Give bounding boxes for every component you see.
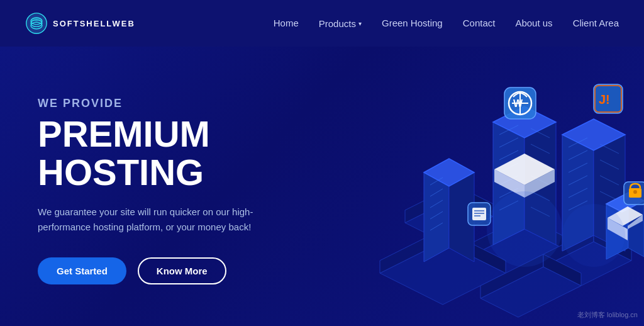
hero-illustration: W J! xyxy=(279,47,644,326)
svg-point-0 xyxy=(26,13,47,33)
svg-text:J!: J! xyxy=(599,93,610,106)
get-started-button[interactable]: Get Started xyxy=(38,257,126,284)
svg-point-73 xyxy=(633,190,637,194)
nav-client-area-link[interactable]: Client Area xyxy=(573,18,619,28)
know-more-button[interactable]: Know More xyxy=(138,257,226,284)
hero-subtitle: WE PROVIDE xyxy=(38,97,314,110)
nav-contact-link[interactable]: Contact xyxy=(463,18,496,28)
nav-links: Home Products ▾ Green Hosting Contact Ab… xyxy=(274,18,619,29)
logo-text: SoftShellWeb xyxy=(53,19,135,28)
hero-buttons: Get Started Know More xyxy=(38,257,314,284)
nav-item-products[interactable]: Products ▾ xyxy=(319,18,362,29)
navbar: SoftShellWeb Home Products ▾ Green Hosti… xyxy=(0,0,644,47)
hero-section: WE PROVIDE PREMIUM HOSTING We guarantee … xyxy=(0,47,644,326)
nav-item-about-us[interactable]: About us xyxy=(515,18,552,29)
nav-green-hosting-link[interactable]: Green Hosting xyxy=(382,18,443,28)
logo[interactable]: SoftShellWeb xyxy=(25,12,135,35)
svg-text:W: W xyxy=(513,98,523,109)
hero-content: WE PROVIDE PREMIUM HOSTING We guarantee … xyxy=(38,97,314,284)
logo-icon xyxy=(25,12,48,35)
svg-point-80 xyxy=(562,204,625,267)
nav-item-green-hosting[interactable]: Green Hosting xyxy=(382,18,443,29)
watermark: 老刘博客 loliblog.cn xyxy=(577,310,638,320)
hero-title: PREMIUM HOSTING xyxy=(38,115,314,192)
nav-products-link[interactable]: Products ▾ xyxy=(319,18,362,29)
nav-home-link[interactable]: Home xyxy=(274,18,299,28)
nav-item-client-area[interactable]: Client Area xyxy=(573,18,619,29)
nav-item-home[interactable]: Home xyxy=(274,18,299,29)
nav-item-contact[interactable]: Contact xyxy=(463,18,496,29)
svg-point-79 xyxy=(487,191,562,267)
chevron-down-icon: ▾ xyxy=(358,20,362,27)
hero-description: We guarantee your site will run quicker … xyxy=(38,205,277,235)
svg-rect-75 xyxy=(472,208,486,220)
nav-about-us-link[interactable]: About us xyxy=(515,18,552,28)
